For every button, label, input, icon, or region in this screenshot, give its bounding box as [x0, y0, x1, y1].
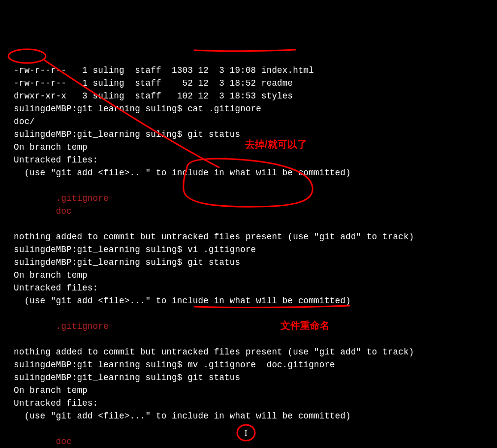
status-branch: On branch temp: [14, 142, 88, 152]
status-branch: On branch temp: [14, 385, 88, 395]
untracked-gitignore: .gitignore: [14, 193, 109, 203]
annotation-rename-file: 文件重命名: [280, 319, 330, 332]
untracked-doc: doc: [14, 206, 72, 216]
status-hint: (use "git add <file>..." to include in w…: [14, 411, 351, 421]
status-hint: (use "git add <file>.. " to include in w…: [14, 168, 351, 178]
cmd-vi-gitignore: vi .gitignore: [187, 245, 256, 255]
ls-row-2: -rw-r--r-- 1 suling staff 52 12 3 18:52 …: [14, 78, 293, 88]
status-untracked-header: Untracked files:: [14, 283, 98, 293]
status-hint: (use "git add <file>..." to include in w…: [14, 296, 351, 306]
prompt: sulingdeMBP:git_learning suling$: [14, 257, 187, 267]
cmd-git-status-3: git status: [187, 373, 240, 383]
cmd-git-status-2: git status: [187, 257, 240, 267]
status-branch: On branch temp: [14, 270, 88, 280]
cmd-cat-gitignore: cat .gitignore: [187, 104, 261, 114]
terminal-output: -rw-r--r-- 1 suling staff 1303 12 3 19:0…: [0, 51, 497, 448]
prompt: sulingdeMBP:git_learning suling$: [14, 245, 187, 255]
cmd-mv-gitignore: mv .gitignore doc.gitignore: [187, 360, 335, 370]
status-untracked-header: Untracked files:: [14, 398, 98, 408]
prompt: sulingdeMBP:git_learning suling$: [14, 129, 187, 139]
cat-output: doc/: [14, 117, 35, 127]
prompt: sulingdeMBP:git_learning suling$: [14, 104, 187, 114]
nothing-added: nothing added to commit but untracked fi…: [14, 232, 414, 242]
untracked-doc: doc: [14, 437, 72, 447]
ls-row-3: drwxr-xr-x 3 suling staff 102 12 3 18:53…: [14, 91, 293, 101]
prompt: sulingdeMBP:git_learning suling$: [14, 373, 187, 383]
nothing-added: nothing added to commit but untracked fi…: [14, 347, 414, 357]
ls-row-1: -rw-r--r-- 1 suling staff 1303 12 3 19:0…: [14, 65, 314, 75]
status-untracked-header: Untracked files:: [14, 155, 98, 165]
prompt: sulingdeMBP:git_learning suling$: [14, 360, 187, 370]
cmd-git-status-1: git status: [187, 129, 240, 139]
annotation-remove-slash: 去掉/就可以了: [245, 138, 307, 151]
untracked-gitignore: .gitignore: [14, 321, 109, 331]
